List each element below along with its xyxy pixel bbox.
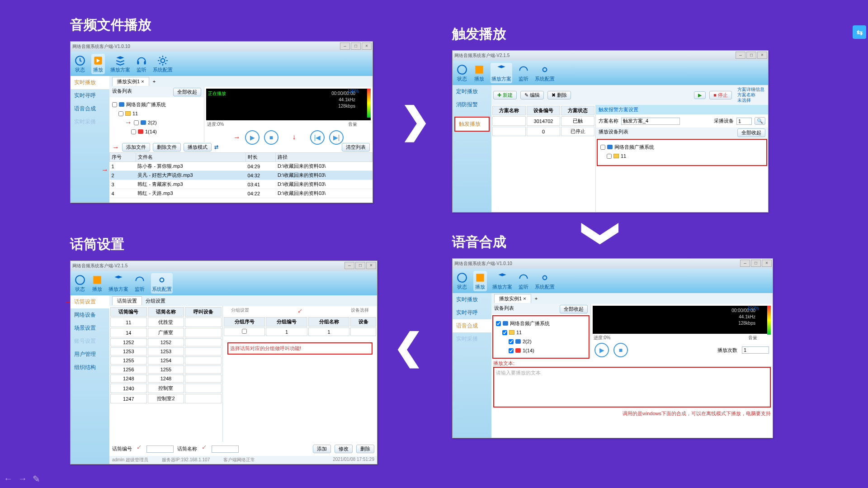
ck-g1[interactable] <box>118 111 123 116</box>
minimize-button[interactable]: – <box>340 43 350 50</box>
tb-status[interactable]: 状态 <box>456 272 468 290</box>
menu-scene[interactable]: 场景设置 <box>71 322 109 335</box>
menu-account[interactable]: 账号设置 <box>71 335 109 348</box>
stop-button[interactable]: ■ <box>613 343 628 357</box>
table-row[interactable]: 1247控制室2 <box>110 394 222 403</box>
del-file-button[interactable]: 删除文件 <box>153 143 181 152</box>
menu-user[interactable]: 用户管理 <box>71 348 109 361</box>
del-button[interactable]: 删除 <box>356 445 374 453</box>
ck-g1[interactable] <box>607 154 612 159</box>
expand-all-button[interactable]: 全部收起 <box>560 305 588 313</box>
tab-close-icon[interactable]: × <box>141 79 144 84</box>
ck-s1[interactable] <box>134 120 139 125</box>
menu-org[interactable]: 组织结构 <box>71 361 109 374</box>
expand-all-button[interactable]: 全部收起 <box>173 88 201 96</box>
play-button[interactable]: ▶ <box>245 130 259 145</box>
tab-add-button[interactable]: + <box>535 296 538 301</box>
menu-realtime-play[interactable]: 实时播放 <box>453 293 491 306</box>
ck-grp[interactable] <box>242 329 247 334</box>
add-button[interactable]: 添加 <box>313 445 331 453</box>
tb-status[interactable]: 状态 <box>74 55 86 73</box>
maximize-button[interactable]: □ <box>751 260 761 267</box>
ck-g1[interactable] <box>502 330 507 335</box>
close-button[interactable]: × <box>366 262 376 269</box>
tb-play[interactable]: 播放 <box>91 274 103 293</box>
prev-button[interactable]: |◀ <box>310 130 325 145</box>
micname-input[interactable] <box>212 445 239 453</box>
ck-root[interactable] <box>496 321 501 326</box>
repeat-input[interactable] <box>742 346 769 354</box>
tb-plan[interactable]: 播放方案 <box>108 274 128 293</box>
menu-tts[interactable]: 语音合成 <box>71 102 109 115</box>
play-button[interactable]: ▶ <box>694 91 706 99</box>
tb-config[interactable]: 系统配置 <box>153 55 173 73</box>
menu-capture[interactable]: 实时采播 <box>453 332 491 346</box>
tb-plan[interactable]: 播放方案 <box>492 272 512 290</box>
subtab-mic[interactable]: 话筒设置 <box>112 296 142 305</box>
table-row[interactable]: 12551254 <box>110 356 222 365</box>
table-row[interactable]: 12561255 <box>110 365 222 374</box>
menu-trigger[interactable]: 触发播放 <box>454 117 490 132</box>
share-icon[interactable]: ⇆ <box>853 25 866 39</box>
menu-netdev[interactable]: 网络设备 <box>71 308 109 322</box>
table-row[interactable]: 3014702已触 <box>492 116 594 126</box>
subtab-group[interactable]: 分组设置 <box>146 298 165 304</box>
ck-root[interactable] <box>112 102 117 107</box>
maximize-button[interactable]: □ <box>351 43 361 50</box>
minimize-button[interactable]: – <box>740 260 750 267</box>
close-button[interactable]: × <box>762 260 772 267</box>
stop-button[interactable]: ■ 停止 <box>709 91 732 99</box>
tb-monitor[interactable]: 监听 <box>134 274 146 293</box>
close-button[interactable]: × <box>362 43 372 50</box>
menu-timed[interactable]: 定时播放 <box>453 85 491 98</box>
next-button[interactable]: ▶| <box>329 130 344 145</box>
menu-realtime-page[interactable]: 实时寻呼 <box>453 306 491 319</box>
menu-realtime-page[interactable]: 实时寻呼 <box>71 89 109 102</box>
expand-all-button[interactable]: 全部收起 <box>737 128 765 137</box>
tts-text-input[interactable]: 请输入要播放的文本 <box>493 367 771 407</box>
tb-config[interactable]: 系统配置 <box>535 272 555 290</box>
tab-instance1[interactable]: 播放实例1 × <box>112 77 149 86</box>
table-row[interactable]: 11 <box>224 327 376 336</box>
menu-capture[interactable]: 实时采播 <box>71 115 109 128</box>
menu-mic[interactable]: 话筒设置 <box>71 295 109 308</box>
minimize-button[interactable]: – <box>344 262 354 269</box>
tb-plan[interactable]: 播放方案 <box>491 63 512 83</box>
tb-status[interactable]: 状态 <box>456 64 468 82</box>
rec-input[interactable] <box>736 118 752 125</box>
tab-instance1[interactable]: 播放实例1 × <box>494 294 531 303</box>
play-button[interactable]: ▶ <box>594 343 609 357</box>
table-row[interactable]: 0已停止 <box>492 127 594 136</box>
volume-bar[interactable] <box>367 89 371 118</box>
nav-next-icon[interactable]: → <box>18 474 27 484</box>
tab-add-button[interactable]: + <box>153 79 156 84</box>
ck-s2[interactable] <box>131 129 136 134</box>
minimize-button[interactable]: – <box>736 52 745 59</box>
table-row[interactable]: 1240控制室 <box>110 384 222 393</box>
menu-fire[interactable]: 消防报警 <box>453 98 491 111</box>
tb-plan[interactable]: 播放方案 <box>110 55 130 73</box>
tb-play[interactable]: 播放 <box>473 271 487 291</box>
mod-button[interactable]: 修改 <box>335 445 353 453</box>
edit-button[interactable]: ✎ 编辑 <box>520 91 544 99</box>
table-row[interactable]: 14广播室 <box>110 328 222 337</box>
menu-realtime-play[interactable]: 实时播放 <box>71 76 109 89</box>
tb-config[interactable]: 系统配置 <box>535 64 555 82</box>
maximize-button[interactable]: □ <box>746 52 756 59</box>
new-button[interactable]: ✚ 新建 <box>493 91 517 99</box>
tb-config[interactable]: 系统配置 <box>151 273 173 294</box>
table-row[interactable]: 3韩红 - 青藏家长.mp303:41D:\收藏回来的资料03\ <box>110 180 373 189</box>
table-row[interactable]: 11优胜堂 <box>110 317 222 327</box>
search-icon[interactable]: 🔍 <box>755 117 765 125</box>
menu-tts[interactable]: 语音合成 <box>453 319 491 332</box>
delete-button[interactable]: ✖ 删除 <box>547 91 571 99</box>
plan-name-input[interactable] <box>621 118 680 125</box>
maximize-button[interactable]: □ <box>355 262 365 269</box>
nav-prev-icon[interactable]: ← <box>4 474 13 484</box>
tb-monitor[interactable]: 监听 <box>518 272 529 290</box>
table-row[interactable]: 1陈小春 - 算你狠.mp304:29D:\收藏回来的资料03\ <box>110 162 373 171</box>
tb-status[interactable]: 状态 <box>74 274 86 293</box>
table-row[interactable]: 12481248 <box>110 374 222 383</box>
tb-monitor[interactable]: 监听 <box>518 64 529 82</box>
table-row[interactable]: 2吴凡 - 好想大声说你.mp304:32D:\收藏回来的资料03\ <box>110 171 373 180</box>
